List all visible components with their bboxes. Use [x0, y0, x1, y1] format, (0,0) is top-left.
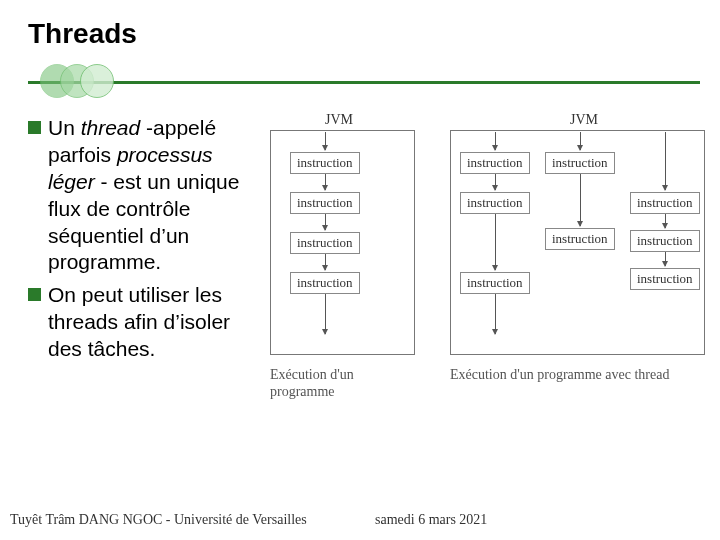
arrow-down-icon — [325, 174, 326, 190]
instruction-box: instruction — [630, 268, 700, 290]
caption-right: Exécution d'un programme avec thread — [450, 367, 710, 384]
arrow-down-icon — [665, 214, 666, 228]
instruction-box: instruction — [460, 272, 530, 294]
instruction-box: instruction — [545, 228, 615, 250]
bullet-icon — [28, 121, 41, 134]
jvm-label-left: JVM — [325, 112, 353, 128]
arrow-down-icon — [325, 254, 326, 270]
bullet-list: Un thread -appelé parfois processus lége… — [28, 115, 263, 369]
instruction-box: instruction — [630, 192, 700, 214]
list-item: Un thread -appelé parfois processus lége… — [28, 115, 263, 276]
bullet-text: On peut utiliser les threads afin d’isol… — [48, 282, 263, 363]
arrow-down-icon — [325, 294, 326, 334]
arrow-down-icon — [325, 132, 326, 150]
instruction-box: instruction — [290, 272, 360, 294]
bullet-icon — [28, 288, 41, 301]
slide-title: Threads — [28, 18, 137, 50]
instruction-box: instruction — [460, 192, 530, 214]
caption-left: Exécution d'un programme — [270, 367, 415, 401]
decorative-circles — [40, 62, 120, 102]
title-rule — [28, 78, 700, 86]
arrow-down-icon — [495, 132, 496, 150]
arrow-down-icon — [580, 174, 581, 226]
bullet-text: Un thread -appelé parfois processus lége… — [48, 115, 263, 276]
instruction-box: instruction — [460, 152, 530, 174]
arrow-down-icon — [495, 174, 496, 190]
arrow-down-icon — [325, 214, 326, 230]
arrow-down-icon — [665, 252, 666, 266]
diagram: JVM instruction instruction instruction … — [270, 112, 710, 442]
arrow-down-icon — [665, 132, 666, 190]
instruction-box: instruction — [630, 230, 700, 252]
arrow-down-icon — [495, 214, 496, 270]
instruction-box: instruction — [290, 192, 360, 214]
instruction-box: instruction — [545, 152, 615, 174]
arrow-down-icon — [495, 294, 496, 334]
footer-author: Tuyêt Trâm DANG NGOC - Université de Ver… — [10, 512, 307, 528]
jvm-label-right: JVM — [570, 112, 598, 128]
instruction-box: instruction — [290, 232, 360, 254]
footer-date: samedi 6 mars 2021 — [375, 512, 487, 528]
list-item: On peut utiliser les threads afin d’isol… — [28, 282, 263, 363]
instruction-box: instruction — [290, 152, 360, 174]
arrow-down-icon — [580, 132, 581, 150]
